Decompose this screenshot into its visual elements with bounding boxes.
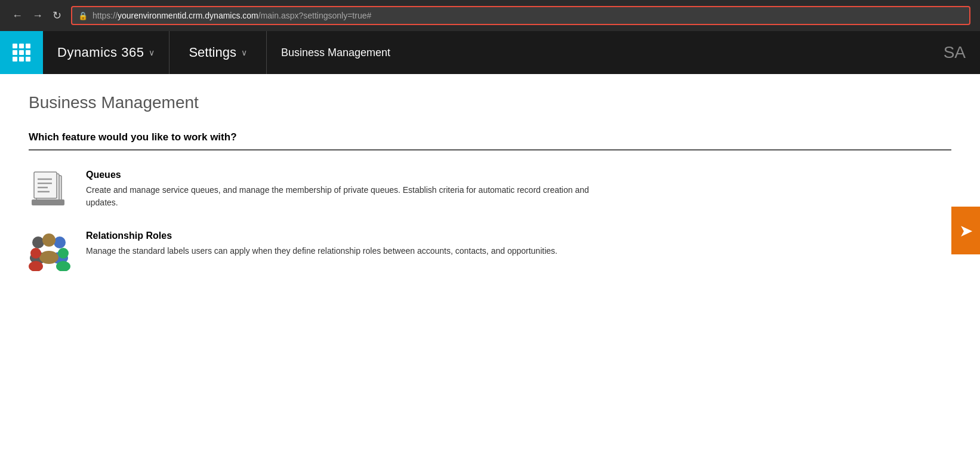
- svg-point-10: [54, 236, 66, 248]
- browser-chrome: ← → ↻ 🔒 https://yourenvironmentid.crm.dy…: [0, 0, 980, 31]
- address-text: https://yourenvironmentid.crm.dynamics.c…: [93, 11, 371, 20]
- svg-point-14: [30, 248, 41, 259]
- page-title: Business Management: [29, 93, 951, 112]
- address-prefix: https://: [93, 11, 118, 20]
- relationship-roles-description: Manage the standard labels users can app…: [86, 245, 557, 257]
- relationship-roles-icon: [29, 230, 72, 271]
- settings-chevron: ∨: [241, 48, 247, 57]
- relationship-roles-title: Relationship Roles: [86, 230, 557, 241]
- queues-title: Queues: [86, 170, 623, 180]
- page-content: Business Management Which feature would …: [0, 74, 980, 312]
- roles-icon-area: [29, 230, 72, 271]
- queues-icon: [32, 170, 69, 207]
- feature-question: Which feature would you like to work wit…: [29, 131, 951, 150]
- address-rest: /main.aspx?settingsonly=true#: [258, 11, 372, 20]
- reload-button[interactable]: ↻: [50, 7, 64, 24]
- svg-rect-2: [34, 172, 57, 198]
- queues-icon-area: [29, 170, 72, 207]
- business-management-label: Business Management: [281, 47, 390, 59]
- waffle-icon: [13, 44, 30, 62]
- forward-button[interactable]: →: [30, 7, 45, 24]
- scroll-right-button[interactable]: ➤: [951, 207, 980, 254]
- lock-icon: 🔒: [78, 11, 88, 20]
- svg-point-8: [32, 236, 44, 248]
- settings-label: Settings: [189, 45, 236, 60]
- app-title: Dynamics 365: [57, 45, 144, 60]
- browser-nav-area: ← → ↻: [10, 7, 64, 24]
- relationship-roles-feature-item[interactable]: Relationship Roles Manage the standard l…: [29, 230, 951, 271]
- user-avatar[interactable]: SA: [944, 43, 980, 62]
- settings-area[interactable]: Settings ∨: [170, 31, 267, 74]
- svg-rect-7: [32, 199, 64, 205]
- address-bar[interactable]: 🔒 https://yourenvironmentid.crm.dynamics…: [71, 6, 970, 25]
- app-header: Dynamics 365 ∨ Settings ∨ Business Manag…: [0, 31, 980, 74]
- back-button[interactable]: ←: [10, 7, 25, 24]
- svg-point-16: [58, 248, 69, 259]
- app-title-chevron: ∨: [149, 48, 155, 57]
- svg-point-12: [42, 233, 56, 247]
- business-management-nav: Business Management: [267, 31, 405, 74]
- right-arrow-icon: ➤: [959, 221, 973, 241]
- address-highlighted: yourenvironmentid.crm.dynamics.com: [118, 11, 258, 20]
- relationship-roles-feature-text: Relationship Roles Manage the standard l…: [86, 230, 557, 257]
- app-title-area[interactable]: Dynamics 365 ∨: [43, 31, 170, 74]
- svg-point-13: [39, 251, 58, 264]
- queues-feature-text: Queues Create and manage service queues,…: [86, 170, 623, 209]
- queues-description: Create and manage service queues, and ma…: [86, 184, 623, 209]
- queues-feature-item[interactable]: Queues Create and manage service queues,…: [29, 170, 951, 209]
- app-grid-button[interactable]: [0, 31, 43, 74]
